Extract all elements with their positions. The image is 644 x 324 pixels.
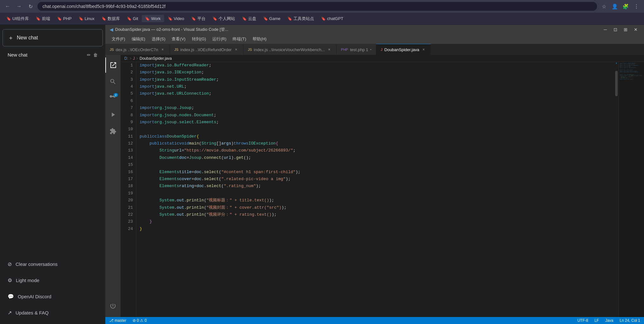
minimap: import java.io.BufferedReader; import ja… xyxy=(619,62,644,317)
menu-terminal[interactable]: 终端(T) xyxy=(229,35,249,44)
vscode-editor: 2 D: > J > DoubanSp xyxy=(105,55,644,317)
code-editor-area: 1 2 3 4 5 6 7 8 9 10 11 12 13 xyxy=(121,62,644,317)
vertical-scrollbar[interactable] xyxy=(614,62,619,317)
tab-label: index.js ..\InvoiceVoucherWorkbench... xyxy=(254,47,325,52)
bookmark-ui[interactable]: 🔖UI组件库 xyxy=(3,15,32,23)
code-line-1: import java.io.BufferedReader; xyxy=(140,62,611,69)
code-area[interactable]: 1 2 3 4 5 6 7 8 9 10 11 12 13 xyxy=(121,62,614,317)
tab-douban-spider[interactable]: J DoubanSpider.java × xyxy=(376,44,430,55)
code-line-12: public static void main(String[] args) t… xyxy=(140,140,611,147)
discord-button[interactable]: 💬 OpenAI Discord xyxy=(3,289,103,304)
minimize-button[interactable]: ─ xyxy=(601,26,609,33)
tab-close-icon[interactable]: × xyxy=(421,47,426,52)
menu-view[interactable]: 查看(V) xyxy=(168,35,188,44)
code-line-21: System.out.println("视频封面：" + cover.attr(… xyxy=(140,204,611,211)
restore-button[interactable]: ⊡ xyxy=(612,26,619,33)
menu-run[interactable]: 运行(R) xyxy=(209,35,229,44)
vscode-wm-buttons: ─ ⊡ ⊞ ✕ xyxy=(601,26,640,33)
code-line-3: import java.io.InputStreamReader; xyxy=(140,76,611,83)
scrollbar-thumb[interactable] xyxy=(615,71,618,96)
menu-select[interactable]: 选择(S) xyxy=(148,35,168,44)
modified-dot: · xyxy=(370,47,371,52)
new-chat-button[interactable]: ＋ New chat xyxy=(3,29,103,46)
code-line-13: String url = "https://movie.douban.com/s… xyxy=(140,147,611,154)
menu-file[interactable]: 文件(F) xyxy=(108,35,128,44)
tab-close-icon[interactable]: × xyxy=(160,47,165,52)
discord-icon: 💬 xyxy=(8,294,14,300)
delete-icon[interactable]: 🗑 xyxy=(93,52,98,57)
bookmark-personal[interactable]: 🔖个人网站 xyxy=(209,15,238,23)
close-button[interactable]: ✕ xyxy=(632,26,640,33)
tab-label: DoubanSpider.java xyxy=(384,47,419,52)
tab-test-php[interactable]: PHP test.php 1 · xyxy=(337,44,376,55)
bookmark-cloud[interactable]: 🔖云盘 xyxy=(239,15,260,23)
tab-close-icon[interactable]: × xyxy=(233,47,239,52)
extensions-icon[interactable] xyxy=(105,124,121,139)
clear-label: Clear conversations xyxy=(16,261,58,267)
bookmark-db[interactable]: 🔖数据库 xyxy=(98,15,123,23)
bookmark-chatgpt[interactable]: 🔖chatGPT xyxy=(318,15,346,22)
bookmark-git[interactable]: 🔖Git xyxy=(124,15,141,22)
main-container: ＋ New chat New chat ✏ 🗑 ⊘ Clear conversa… xyxy=(0,25,644,324)
docker-icon[interactable] xyxy=(105,299,121,314)
edit-icon[interactable]: ✏ xyxy=(87,52,91,57)
refresh-button[interactable]: ↻ xyxy=(26,2,35,11)
encoding[interactable]: UTF-8 xyxy=(576,318,589,323)
explorer-icon[interactable] xyxy=(105,57,121,73)
clear-conversations-button[interactable]: ⊘ Clear conversations xyxy=(3,257,103,272)
git-branch[interactable]: ⎇ master xyxy=(108,318,128,323)
bookmark-frontend[interactable]: 🔖前端 xyxy=(33,15,53,23)
code-line-11: public class DoubanSpider { xyxy=(140,133,611,140)
search-icon[interactable] xyxy=(105,74,121,89)
bookmark-work[interactable]: 🔖Work xyxy=(142,15,164,22)
faq-button[interactable]: ↗ Updates & FAQ xyxy=(3,305,103,320)
tab-close-icon[interactable]: × xyxy=(327,47,332,52)
source-control-icon[interactable]: 2 xyxy=(105,91,121,106)
bookmark-php[interactable]: 🔖PHP xyxy=(54,15,75,22)
bookmark-linux[interactable]: 🔖Linux xyxy=(76,15,98,22)
bookmark-platform[interactable]: 🔖平台 xyxy=(188,15,209,23)
menu-goto[interactable]: 转到(G) xyxy=(189,35,209,44)
chat-item-actions: ✏ 🗑 xyxy=(87,52,98,57)
light-mode-label: Light mode xyxy=(16,278,39,283)
tab-index-js-2[interactable]: JS index.js ..\InvoiceVoucherWorkbench..… xyxy=(243,44,337,55)
code-line-14: Document doc = Jsoup.connect(url).get(); xyxy=(140,154,611,161)
new-chat-label: New chat xyxy=(17,35,38,41)
vscode-icon: ◀ xyxy=(110,27,113,32)
tab-index-js-1[interactable]: JS index.js ..\lOEcRefundOrder × xyxy=(170,44,244,55)
forward-button[interactable]: → xyxy=(15,2,23,11)
code-line-6 xyxy=(140,98,611,105)
chat-history-item[interactable]: New chat ✏ 🗑 xyxy=(3,48,103,61)
breadcrumb-bar: D: > J > DoubanSpider.java xyxy=(121,55,644,62)
layout-button[interactable]: ⊞ xyxy=(622,26,629,33)
bookmark-game[interactable]: 🔖Game xyxy=(260,15,284,22)
menu-help[interactable]: 帮助(H) xyxy=(249,35,270,44)
bookmark-video[interactable]: 🔖Video xyxy=(165,15,187,22)
errors-warnings[interactable]: ⊘ 0 ⚠ 0 xyxy=(131,318,148,323)
source-control-badge: 2 xyxy=(114,93,118,97)
menu-icon[interactable]: ⋮ xyxy=(632,2,641,11)
bookmark-star-icon[interactable]: ☆ xyxy=(600,2,608,11)
bookmark-tools[interactable]: 🔖工具类站点 xyxy=(284,15,317,23)
line-ending[interactable]: LF xyxy=(593,318,600,323)
light-mode-button[interactable]: ⚙ Light mode xyxy=(3,273,103,288)
php-icon: PHP xyxy=(341,48,348,51)
address-bar[interactable] xyxy=(37,2,597,11)
extensions-icon[interactable]: 🧩 xyxy=(621,2,630,11)
code-line-15 xyxy=(140,161,611,168)
language-mode[interactable]: Java xyxy=(604,318,614,323)
chat-item-label: New chat xyxy=(8,52,28,57)
profile-icon[interactable]: 👤 xyxy=(610,2,619,11)
bookmarks-bar: 🔖UI组件库 🔖前端 🔖PHP 🔖Linux 🔖数据库 🔖Git 🔖Work 🔖… xyxy=(0,13,644,25)
browser-toolbar: ← → ↻ ☆ 👤 🧩 ⋮ xyxy=(0,0,644,13)
back-button[interactable]: ← xyxy=(3,2,12,11)
code-line-23: } xyxy=(140,219,611,226)
code-line-5: import java.net.URLConnection; xyxy=(140,91,611,98)
code-line-9: import org.jsoup.select.Elements; xyxy=(140,119,611,126)
browser-chrome: ← → ↻ ☆ 👤 🧩 ⋮ 🔖UI组件库 🔖前端 🔖PHP 🔖Linux 🔖数据… xyxy=(0,0,644,25)
minimap-content: import java.io.BufferedReader; import ja… xyxy=(619,62,644,81)
menu-edit[interactable]: 编辑(E) xyxy=(128,35,148,44)
code-line-10 xyxy=(140,126,611,133)
run-icon[interactable] xyxy=(105,107,121,122)
tab-dex-js[interactable]: JS dex.js ..\lOEcOrderC7n × xyxy=(105,44,170,55)
